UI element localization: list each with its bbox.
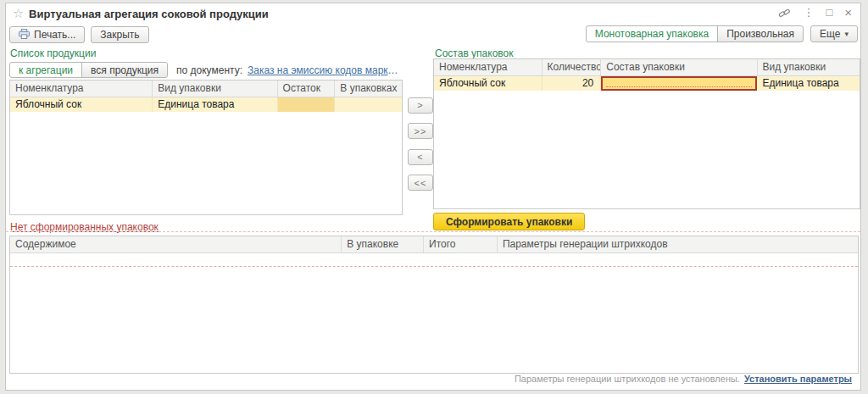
filter-to-aggregation-button[interactable]: к агрегации: [9, 62, 82, 78]
move-all-right-button[interactable]: >>: [408, 123, 433, 139]
more-button[interactable]: Еще ▾: [810, 25, 858, 42]
mode-proizvolnaya-button[interactable]: Произвольная: [717, 25, 804, 42]
print-label: Печать...: [34, 29, 75, 41]
cell-nomenclature[interactable]: Яблочный сок: [10, 97, 153, 112]
printer-icon: [19, 29, 30, 42]
app-window: ☆ Виртуальная агрегация соковой продукци…: [5, 3, 861, 391]
cell-nomenclature[interactable]: Яблочный сок: [434, 76, 542, 91]
header-cell-nomenclature: Номенклатура: [10, 80, 153, 97]
maximize-icon[interactable]: □: [826, 6, 832, 19]
header-cell-in-packages: В упаковках: [335, 80, 402, 97]
status-message: Параметры генерации штрихкодов не устано…: [515, 374, 740, 384]
move-right-button[interactable]: >: [408, 97, 433, 114]
header-cell-composition: Состав упаковки: [601, 59, 757, 75]
window-title: Виртуальная агрегация соковой продукции: [29, 8, 269, 20]
product-list-title: Список продукции: [10, 47, 96, 59]
header-cell-remainder: Остаток: [278, 80, 336, 97]
filter-all-products-button[interactable]: вся продукция: [81, 62, 168, 78]
package-table-header: Номенклатура Количество Состав упаковки …: [434, 59, 860, 76]
header-cell-contents: Содержимое: [10, 236, 342, 252]
header-cell-packaging-type: Вид упаковки: [758, 59, 860, 75]
product-table-row[interactable]: Яблочный сок Единица товара: [10, 97, 402, 112]
titlebar: ☆ Виртуальная агрегация соковой продукци…: [6, 3, 860, 24]
link-icon[interactable]: [778, 7, 791, 19]
cell-packaging-type[interactable]: Единица товара: [757, 76, 860, 91]
document-link[interactable]: Заказ на эмиссию кодов маркировки СУЗ 00…: [248, 64, 403, 76]
mode-monotovarnaya-button[interactable]: Монотоварная упаковка: [586, 25, 718, 42]
close-form-button[interactable]: Закрыть: [91, 26, 148, 43]
cell-quantity[interactable]: 20: [542, 76, 602, 91]
product-table: Номенклатура Вид упаковки Остаток В упак…: [9, 80, 403, 215]
by-document-label: по документу:: [176, 64, 242, 76]
form-packages-button[interactable]: Сформировать упаковки: [433, 213, 585, 230]
content-table: Содержимое В упаковке Итого Параметры ге…: [9, 236, 859, 374]
package-table: Номенклатура Количество Состав упаковки …: [433, 58, 860, 209]
table-end-marker: [10, 253, 858, 267]
chevron-down-icon: ▾: [844, 30, 849, 38]
product-list-filter-row: к агрегации вся продукция по документу: …: [9, 62, 403, 78]
cell-packaging-type[interactable]: Единица товара: [153, 97, 277, 112]
header-cell-nomenclature: Номенклатура: [434, 59, 542, 75]
status-bar: Параметры генерации штрихкодов не устано…: [515, 374, 852, 384]
move-left-button[interactable]: <: [408, 149, 433, 165]
header-cell-in-package: В упаковке: [342, 236, 424, 252]
content-table-header: Содержимое В упаковке Итого Параметры ге…: [10, 236, 858, 253]
move-all-left-button[interactable]: <<: [408, 175, 433, 191]
package-composition-title: Состав упаковок: [435, 47, 513, 59]
cell-remainder[interactable]: [278, 97, 336, 112]
header-cell-quantity: Количество: [542, 59, 602, 75]
more-label: Еще: [820, 28, 840, 40]
cell-in-packages[interactable]: [335, 97, 402, 112]
header-cell-barcode-params: Параметры генерации штрихкодов: [498, 236, 858, 252]
packaging-mode-toggle: Монотоварная упаковка Произвольная Еще ▾: [586, 25, 858, 42]
product-table-header: Номенклатура Вид упаковки Остаток В упак…: [10, 80, 402, 97]
header-cell-total: Итого: [424, 236, 498, 252]
dashed-separator: [6, 231, 860, 232]
transfer-buttons: > >> < <<: [408, 97, 433, 200]
toolbar: Печать... Закрыть: [9, 26, 149, 43]
favorite-star-icon[interactable]: ☆: [13, 6, 24, 21]
kebab-menu-icon[interactable]: ⋮: [803, 6, 814, 19]
cell-composition-selected[interactable]: [601, 76, 757, 91]
package-table-row[interactable]: Яблочный сок 20 Единица товара: [434, 76, 860, 91]
required-field-dots: [606, 86, 752, 87]
close-icon[interactable]: ×: [844, 6, 852, 19]
set-parameters-link[interactable]: Установить параметры: [744, 374, 852, 384]
print-button[interactable]: Печать...: [9, 26, 85, 43]
header-cell-packaging-type: Вид упаковки: [153, 80, 277, 97]
